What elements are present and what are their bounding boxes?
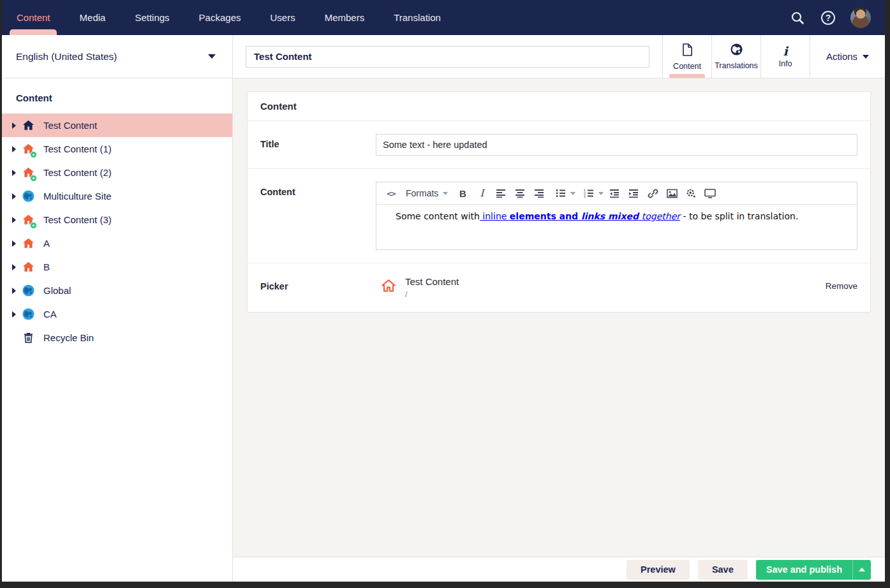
tree-item-label: CA [43,309,57,320]
indent-button[interactable] [625,185,642,202]
nav-item-packages[interactable]: Packages [184,0,256,35]
expand-caret-icon[interactable] [12,146,16,152]
expand-caret-icon[interactable] [12,240,16,247]
chevron-down-icon [863,55,869,59]
expand-caret-icon[interactable] [12,122,16,129]
expand-caret-icon[interactable] [12,264,16,270]
expand-caret-icon[interactable] [12,288,16,294]
image-button[interactable] [664,185,680,202]
group-title: Content [248,92,870,121]
source-code-button[interactable]: <> [383,185,399,202]
chevron-down-icon [443,192,448,195]
numbered-list-button[interactable]: 123 [581,185,597,202]
content-name-input[interactable] [246,46,649,68]
svg-text:3: 3 [584,195,586,198]
tree-item-ca[interactable]: CA [2,302,232,326]
inline-link[interactable]: inline elements and links mixed together [480,211,680,221]
nav-item-content[interactable]: Content [2,0,65,35]
property-content: Content <> Formats B I [248,169,870,263]
home-icon [21,237,35,251]
actions-label: Actions [826,51,857,62]
expand-caret-icon[interactable] [12,311,16,318]
link-button[interactable] [644,185,661,202]
home-icon [381,278,396,293]
tree-item-test-content-2[interactable]: + Test Content (2) [2,161,232,184]
align-center-button[interactable] [512,185,528,202]
bold-button[interactable]: B [454,185,471,202]
globe-icon [21,284,35,298]
preview-monitor-icon[interactable] [702,185,718,202]
globe-icon [730,43,743,59]
bullet-list-button[interactable] [553,185,569,202]
tree-item-multiculture-site[interactable]: Multiculture Site [2,184,232,208]
remove-link[interactable]: Remove [826,276,857,291]
picked-item[interactable]: Test Content / Remove [376,276,857,299]
editor-header: Content Translations i Info [233,35,885,78]
tree-item-b[interactable]: B [2,255,232,279]
property-label: Title [260,134,376,156]
property-title: Title [248,121,870,169]
property-label: Picker [260,276,376,299]
nav-item-members[interactable]: Members [310,0,380,35]
tab-content[interactable]: Content [662,35,711,78]
actions-dropdown[interactable]: Actions [810,35,885,78]
info-icon: i [783,45,787,57]
tree-item-label: B [43,261,50,272]
trash-icon [21,331,35,345]
nav-item-label: Content [17,12,50,23]
main-panel: Content Translations i Info [233,35,885,582]
tree-item-global[interactable]: Global [2,279,232,302]
expand-caret-icon[interactable] [12,193,16,200]
tree-item-label: Multiculture Site [43,191,112,202]
language-selector[interactable]: English (United States) [2,35,232,78]
nav-item-settings[interactable]: Settings [120,0,184,35]
macro-gear-icon[interactable] [683,185,699,202]
chevron-down-icon[interactable] [570,192,575,195]
align-right-button[interactable] [531,185,547,202]
tree-item-label: Global [43,285,71,296]
tree-item-test-content-3[interactable]: + Test Content (3) [2,208,232,232]
save-button[interactable]: Save [698,560,748,580]
tab-info[interactable]: i Info [760,35,810,78]
rte-content[interactable]: Some content with inline elements and li… [376,205,857,249]
expand-caret-icon[interactable] [12,170,16,176]
nav-item-media[interactable]: Media [65,0,121,35]
home-icon [21,260,35,274]
tree-item-test-content-1[interactable]: + Test Content (1) [2,137,232,161]
help-icon[interactable]: ? [820,10,836,26]
title-input[interactable] [376,134,857,156]
save-and-publish-button[interactable]: Save and publish [756,560,871,580]
formats-dropdown[interactable]: Formats [402,188,452,198]
chevron-down-icon [208,54,216,59]
property-label: Content [260,182,376,250]
content-group-card: Content Title Content [247,91,871,312]
property-picker: Picker Test Content / Remove [248,263,870,312]
italic-button[interactable]: I [473,185,490,202]
document-icon [681,43,693,59]
active-tab-indicator [669,74,705,78]
editor-tabs: Content Translations i Info [662,35,810,78]
home-plus-icon: + [21,166,35,180]
preview-button[interactable]: Preview [627,560,690,580]
nav-item-translation[interactable]: Translation [379,0,456,35]
user-avatar[interactable] [850,8,871,28]
search-icon[interactable] [789,10,806,26]
tree-item-a[interactable]: A [2,232,232,255]
outdent-button[interactable] [606,185,623,202]
tree-item-recycle-bin[interactable]: Recycle Bin [2,326,232,349]
expand-caret-icon[interactable] [12,217,16,223]
tree-item-test-content[interactable]: Test Content [2,114,232,137]
language-label: English (United States) [16,51,117,62]
tree-item-label: Recycle Bin [43,332,94,343]
tab-translations[interactable]: Translations [711,35,760,78]
tree-item-label: Test Content (3) [43,214,112,225]
align-left-button[interactable] [493,185,509,202]
chevron-down-icon[interactable] [598,192,604,195]
sidebar: English (United States) Content Test Con… [2,35,233,582]
publish-options-toggle[interactable] [853,568,871,571]
nav-item-users[interactable]: Users [255,0,309,35]
tree-item-label: Test Content (2) [43,167,112,178]
picked-item-name: Test Content [405,276,459,287]
rich-text-editor: <> Formats B I [376,182,857,250]
tree-item-label: Test Content [43,120,97,131]
